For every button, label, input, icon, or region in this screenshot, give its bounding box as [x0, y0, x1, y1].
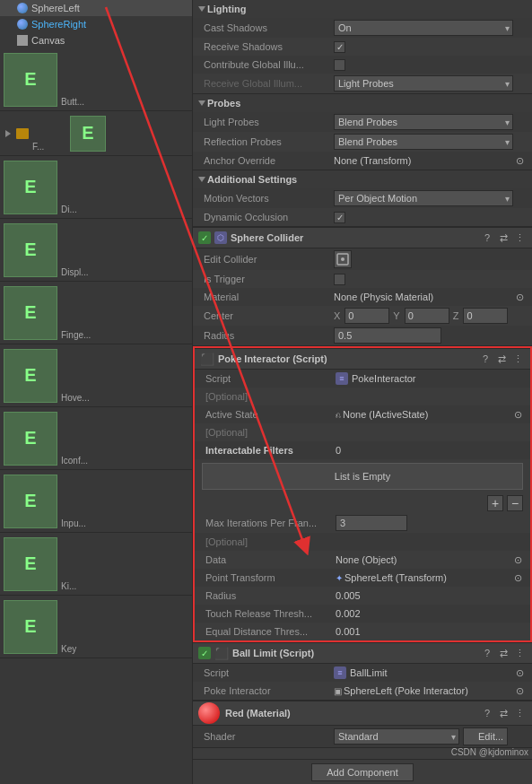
additional-settings-header[interactable]: Additional Settings: [193, 170, 532, 188]
bottom-bar: Add Component: [193, 759, 532, 784]
lighting-title: Lighting: [207, 4, 246, 14]
motion-vectors-dropdown[interactable]: Per Object Motion: [334, 190, 513, 206]
dynamic-occlusion-row: Dynamic Occlusion: [193, 208, 532, 226]
red-material-settings-icon[interactable]: ⇄: [496, 706, 510, 720]
ball-script-icon: ≡: [334, 666, 346, 679]
point-transform-label: Point Transform: [205, 572, 336, 583]
thumb-item-1[interactable]: F... E: [0, 111, 192, 156]
sphere-collider-title: Sphere Collider: [231, 232, 478, 243]
thumb-item-3[interactable]: E Displ...: [0, 219, 192, 282]
material-label: Material: [204, 292, 334, 302]
sphere-collider-section: ✓ ⬡ Sphere Collider ? ⇄ ⋮ Edit Collider …: [193, 227, 532, 346]
sphere-collider-settings-icon[interactable]: ⇄: [496, 231, 510, 245]
red-material-menu-icon[interactable]: ⋮: [512, 706, 527, 720]
reflection-probes-dropdown-wrap: Blend Probes: [334, 134, 513, 150]
ball-script-row: Script ≡ BallLimit ⊙: [193, 664, 532, 682]
poke-script-row: Script ≡ PokeInteractor: [195, 370, 530, 388]
active-state-icon: ⎌: [336, 410, 341, 420]
light-probes-row: Light Probes Blend Probes: [193, 112, 532, 132]
probes-header[interactable]: Probes: [193, 94, 532, 112]
active-state-target-icon[interactable]: ⊙: [510, 407, 525, 422]
data-target-icon[interactable]: ⊙: [510, 553, 525, 567]
edit-collider-btn[interactable]: [334, 250, 352, 268]
material-target-icon[interactable]: ⊙: [512, 290, 527, 304]
sphere-collider-header[interactable]: ✓ ⬡ Sphere Collider ? ⇄ ⋮: [193, 227, 532, 248]
center-z-input[interactable]: [463, 308, 508, 324]
red-material-header[interactable]: Red (Material) ? ⇄ ⋮: [193, 701, 532, 726]
dynamic-occlusion-label: Dynamic Occlusion: [204, 212, 334, 222]
light-probes-dropdown[interactable]: Blend Probes: [334, 114, 513, 130]
thumb-item-8[interactable]: E Ki...: [0, 533, 192, 596]
poke-interactor-section: ⬛ Poke Interactor (Script) ? ⇄ ⋮ Script …: [193, 346, 532, 642]
radius-input[interactable]: [334, 327, 441, 344]
max-iterations-row: Max Iterations Per Fran...: [195, 513, 530, 533]
touch-release-row: Touch Release Thresh... 0.002: [195, 605, 530, 623]
poke-script-label: Script: [205, 373, 336, 384]
lighting-header[interactable]: Lighting: [193, 0, 532, 18]
ball-limit-help-icon[interactable]: ?: [480, 646, 494, 660]
poke-interactor-settings-icon[interactable]: ⇄: [494, 352, 509, 366]
shader-label: Shader: [204, 731, 334, 742]
thumb-item-0[interactable]: E Butt...: [0, 48, 192, 111]
receive-gi-dropdown[interactable]: Light Probes: [334, 75, 513, 91]
center-x-input[interactable]: [344, 308, 389, 324]
red-sphere-preview: [198, 702, 220, 724]
ball-poke-interactor-target-icon[interactable]: ⊙: [512, 684, 527, 698]
poke-optional3-label: [Optional]: [205, 536, 336, 547]
thumb-preview-6: E: [4, 412, 57, 466]
poke-interactor-menu-icon[interactable]: ⋮: [510, 352, 525, 366]
ball-limit-settings-icon[interactable]: ⇄: [496, 646, 510, 660]
left-panel: SphereLeft SphereRight Canvas E Butt... …: [0, 0, 193, 784]
list-remove-btn[interactable]: −: [507, 495, 523, 511]
poke-active-state-label: Active State: [205, 409, 336, 420]
receive-shadows-label: Receive Shadows: [204, 41, 334, 52]
thumb-preview-3: E: [4, 223, 57, 277]
sphere-icon: [16, 2, 29, 14]
ball-limit-menu-icon[interactable]: ⋮: [512, 646, 527, 660]
sphere-collider-check: ✓: [198, 231, 211, 244]
reflection-probes-label: Reflection Probes: [204, 136, 334, 147]
thumb-item-2[interactable]: E Di...: [0, 156, 192, 219]
thumb-item-4[interactable]: E Finge...: [0, 282, 192, 344]
red-material-section: Red (Material) ? ⇄ ⋮ Shader Standard Edi…: [193, 701, 532, 748]
add-component-btn[interactable]: Add Component: [311, 763, 414, 781]
hierarchy-item-sphereright[interactable]: SphereRight: [0, 16, 192, 32]
ball-script-target-icon[interactable]: ⊙: [512, 666, 527, 680]
poke-interactor-header[interactable]: ⬛ Poke Interactor (Script) ? ⇄ ⋮: [195, 348, 530, 370]
point-transform-target-icon[interactable]: ⊙: [510, 571, 525, 585]
red-material-help-icon[interactable]: ?: [480, 706, 494, 720]
thumb-item-6[interactable]: E Iconf...: [0, 407, 192, 470]
shader-dropdown[interactable]: Standard: [334, 728, 459, 745]
poke-radius-value: 0.005: [336, 590, 525, 601]
thumb-preview-2: E: [4, 161, 57, 214]
list-add-btn[interactable]: +: [487, 495, 503, 511]
contribute-gi-checkbox[interactable]: [334, 59, 345, 71]
radius-label: Radius: [204, 330, 334, 341]
additional-collapse-icon: [198, 177, 205, 182]
poke-active-state-row: Active State ⎌ None (IActiveState) ⊙: [195, 405, 530, 423]
thumb-preview-8: E: [4, 537, 57, 591]
sphere-collider-menu-icon[interactable]: ⋮: [512, 231, 527, 245]
edit-shader-btn[interactable]: Edit...: [463, 727, 508, 745]
reflection-probes-dropdown[interactable]: Blend Probes: [334, 134, 513, 150]
thumb-item-5[interactable]: E Hove...: [0, 344, 192, 407]
hierarchy-item-canvas[interactable]: Canvas: [0, 32, 192, 48]
dynamic-occlusion-checkbox[interactable]: [334, 212, 345, 223]
motion-vectors-label: Motion Vectors: [204, 193, 334, 204]
max-iterations-input[interactable]: [336, 515, 407, 531]
ball-limit-header[interactable]: ✓ ⬛ Ball Limit (Script) ? ⇄ ⋮: [193, 642, 532, 664]
is-trigger-checkbox[interactable]: [334, 274, 345, 285]
z-label: Z: [453, 310, 459, 321]
sphere-collider-help-icon[interactable]: ?: [480, 231, 494, 245]
hierarchy-item-sphereleft[interactable]: SphereLeft: [0, 0, 192, 16]
receive-shadows-checkbox[interactable]: [334, 41, 345, 53]
center-y-input[interactable]: [405, 308, 449, 324]
poke-interactor-help-icon[interactable]: ?: [478, 352, 493, 366]
cast-shadows-dropdown[interactable]: On: [334, 20, 513, 36]
thumb-item-7[interactable]: E Inpu...: [0, 470, 192, 533]
contribute-gi-label: Contribute Global Illu...: [204, 59, 334, 70]
edit-collider-row: Edit Collider: [193, 248, 532, 270]
canvas-icon: [16, 34, 29, 47]
anchor-override-target-icon[interactable]: ⊙: [512, 153, 527, 168]
thumb-item-9[interactable]: E Key: [0, 596, 192, 658]
